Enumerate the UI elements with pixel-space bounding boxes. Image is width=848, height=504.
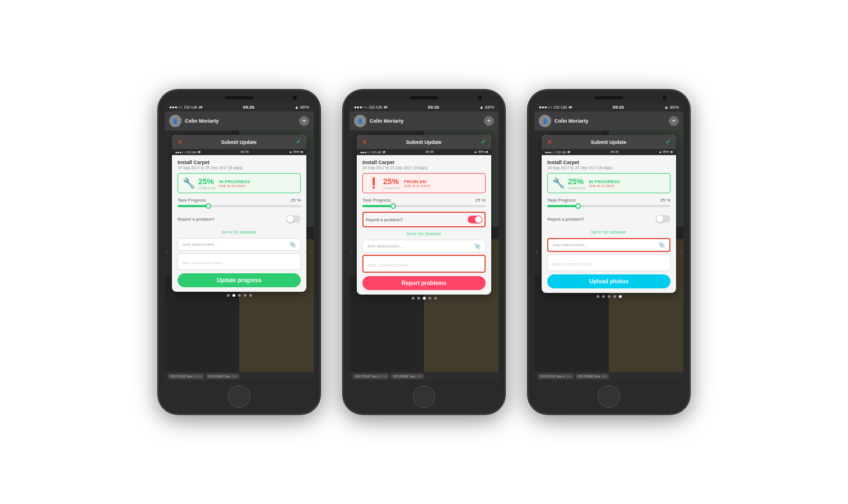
comments-placeholder: Add comments here — [552, 262, 593, 267]
status-left: ●●●○○ O2-UK ⇄ — [169, 105, 203, 110]
close-button[interactable]: ✕ — [547, 139, 552, 145]
close-button[interactable]: ✕ — [362, 139, 367, 145]
dot-0[interactable] — [227, 294, 230, 297]
dot-1[interactable] — [417, 297, 420, 300]
dot-2[interactable] — [238, 294, 241, 297]
phone-camera — [293, 96, 297, 100]
status-bar: ●●●○○ O2-UK ⇄ 09:26 ▲ 86% — [350, 102, 498, 111]
add-button[interactable]: + — [299, 116, 309, 126]
inner-status-bar: ●●●○○ O2-UK ⇄ 09:35 ▲ 85% ■ — [172, 149, 306, 155]
app-header: 👤 Colin Moriarty + — [534, 111, 683, 130]
home-button[interactable] — [598, 385, 620, 408]
schedule-link[interactable]: Set to 'On Schedule' — [178, 228, 301, 236]
phone-speaker — [595, 96, 623, 99]
home-button[interactable] — [413, 385, 435, 408]
comments-area[interactable]: Add comments here — [362, 255, 486, 273]
dot-3[interactable] — [613, 295, 616, 298]
dot-4[interactable] — [434, 297, 437, 300]
due-label: DUE IN 21 DAYS — [219, 184, 250, 188]
toggle[interactable] — [468, 216, 482, 223]
toggle-row: Report a problem? — [547, 212, 670, 226]
completed-label: COMPLETED — [383, 186, 400, 190]
due-label: DUE IN 21 DAYS — [589, 184, 620, 188]
phone-phone1: ●●●○○ O2-UK ⇄ 09:26 ▲ 86% 👤 Colin Moriar… — [158, 90, 320, 414]
progress-track[interactable] — [178, 205, 301, 207]
toggle[interactable] — [286, 215, 301, 223]
attachment-label: Add attachment... — [367, 244, 403, 249]
dot-0[interactable] — [597, 295, 599, 298]
action-button[interactable]: Report problems — [362, 276, 486, 290]
user-name: Colin Moriarty — [185, 118, 219, 124]
task-chip-pct: 0% — [232, 375, 237, 378]
user-name: Colin Moriarty — [555, 118, 589, 124]
phone-camera — [478, 96, 482, 100]
progress-track[interactable] — [547, 205, 670, 207]
completed-label: COMPLETED — [568, 186, 585, 190]
comments-area[interactable]: Add comments here — [178, 253, 301, 270]
task-dates: 18 Sep 2017 to 25 Sep 2017 (8 days) — [547, 166, 670, 170]
dot-1[interactable] — [602, 295, 605, 298]
task-dates: 18 Sep 2017 to 25 Sep 2017 (8 days) — [362, 166, 486, 170]
comments-area[interactable]: Add comments here — [547, 254, 670, 271]
status-badge: 🔧 25% COMPLETED IN PROGRESS DUE IN 21 DA… — [178, 173, 301, 193]
time-text: 09:26 — [613, 105, 624, 110]
percent-value: 25% — [568, 177, 584, 186]
schedule-link[interactable]: Set to 'On Schedule' — [547, 228, 670, 236]
inner-battery: ▲ 85% ■ — [659, 150, 673, 154]
dot-2[interactable] — [423, 297, 426, 300]
status-tag: PROBLEM — [404, 179, 430, 184]
action-button[interactable]: Update progress — [178, 273, 301, 287]
schedule-link[interactable]: Set to 'On Schedule' — [362, 230, 486, 237]
close-button[interactable]: ✕ — [178, 139, 182, 145]
attachment-row[interactable]: Add attachment... 📎 — [178, 238, 301, 251]
modal-body: Install Carpet 18 Sep 2017 to 25 Sep 201… — [542, 155, 676, 293]
inner-time: 09:36 — [425, 150, 434, 154]
progress-fill — [362, 205, 393, 207]
dot-1[interactable] — [232, 294, 235, 297]
bottom-tasks: 20170518 Test 2 0% 20170608 Test 0% — [350, 372, 498, 381]
dot-3[interactable] — [428, 297, 431, 300]
phone-top — [165, 96, 314, 99]
attachment-row[interactable]: Add attachment... 📎 — [547, 238, 670, 252]
toggle-label: Report a problem? — [366, 217, 403, 222]
phone-top — [534, 96, 683, 99]
task-name: Install Carpet — [362, 160, 486, 165]
phone-screen: ●●●○○ O2-UK ⇄ 09:26 ▲ 86% 👤 Colin Moriar… — [534, 102, 683, 381]
status-right: ▲ 86% — [295, 105, 309, 110]
dot-4[interactable] — [249, 294, 252, 297]
check-button[interactable]: ✓ — [296, 138, 301, 146]
modal-header: ✕ Submit Update ✓ — [172, 135, 306, 149]
check-button[interactable]: ✓ — [481, 138, 486, 146]
progress-track[interactable] — [362, 205, 486, 207]
modal-title: Submit Update — [591, 139, 627, 145]
status-icon: 🔧 — [552, 177, 565, 189]
completed-percent: 25% COMPLETED — [568, 176, 585, 190]
phone-screen: ●●●○○ O2-UK ⇄ 09:26 ▲ 86% 👤 Colin Moriar… — [350, 102, 498, 381]
add-button[interactable]: + — [669, 116, 679, 126]
dot-4[interactable] — [619, 295, 622, 298]
dot-0[interactable] — [412, 297, 414, 300]
task-chip-pct: 0% — [602, 375, 607, 378]
inner-carrier: ●●●○○ O2-UK ⇄ — [175, 150, 201, 154]
modal-overlay: ✕ Submit Update ✓ ●●●○○ O2-UK ⇄ 09:36 ▲ … — [350, 130, 498, 372]
action-button[interactable]: Upload photos — [547, 274, 670, 288]
progress-value: 25 % — [660, 198, 670, 203]
home-button[interactable] — [228, 385, 250, 408]
phone-camera — [663, 96, 667, 100]
dot-3[interactable] — [244, 294, 246, 297]
toggle[interactable] — [656, 215, 670, 223]
avatar: 👤 — [539, 115, 551, 127]
progress-fill — [547, 205, 578, 207]
task-name: Install Carpet — [547, 160, 670, 165]
dot-2[interactable] — [608, 295, 611, 298]
add-button[interactable]: + — [484, 116, 494, 126]
pagination-dots — [227, 292, 252, 299]
attachment-row[interactable]: Add attachment... 📎 — [362, 240, 486, 253]
modal-title: Submit Update — [221, 139, 257, 145]
inner-status-bar: ●●●○○ O2-UK ⇄ 09:35 ▲ 85% ■ — [542, 149, 676, 155]
task-chip-name: 20170518 Test 2 — [170, 375, 195, 378]
check-button[interactable]: ✓ — [665, 138, 670, 146]
time-text: 09:26 — [243, 105, 254, 110]
task-chip-pct: 0% — [566, 375, 571, 378]
task-chip: 20170608 Test 0% — [391, 374, 424, 379]
